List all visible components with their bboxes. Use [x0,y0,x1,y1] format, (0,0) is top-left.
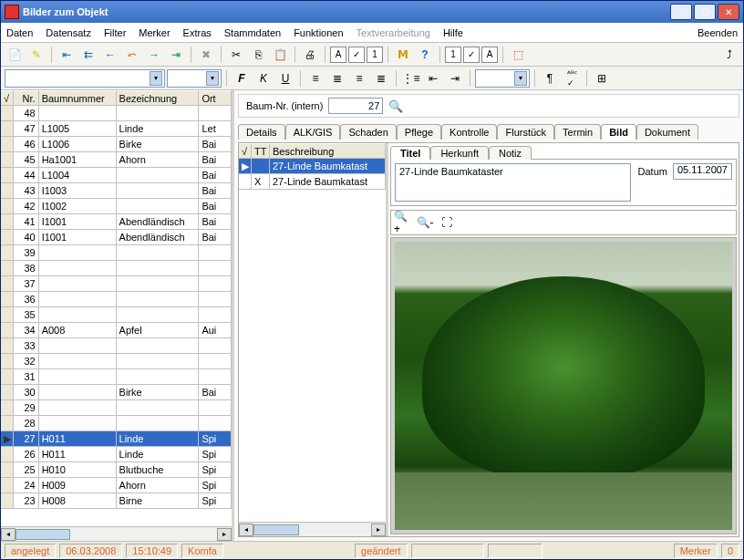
close-button[interactable]: ✕ [718,4,739,20]
table-row[interactable]: ▶27H011LindeSpi [1,431,232,447]
table-row[interactable]: 46L1006BirkeBai [1,137,232,152]
table-row[interactable]: 42I1002Bai [1,199,232,214]
zoom-in-icon[interactable]: 🔍+ [393,213,413,233]
menu-hilfe[interactable]: Hilfe [443,27,463,38]
table-row[interactable]: 23H008BirneSpi [1,493,232,509]
tab-alkgis[interactable]: ALK/GIS [285,124,341,140]
table-row[interactable]: 44L1004Bai [1,168,232,183]
table-row[interactable]: 43I1003Bai [1,183,232,199]
zoom-out-icon[interactable]: 🔍- [415,213,435,233]
scroll-left-icon[interactable]: ◂ [1,528,16,541]
print-icon[interactable]: 🖨 [300,45,320,65]
menu-merker[interactable]: Merker [139,27,170,38]
search-icon[interactable]: 🔍 [388,99,403,113]
table-row[interactable]: 30BirkeBai [1,385,232,400]
mcol-beschreibung[interactable]: Beschreibung [270,143,386,159]
pilcrow-icon[interactable]: ¶ [540,68,560,88]
table-row[interactable]: 45Ha1001AhornBai [1,152,232,168]
box2-1-icon[interactable]: 1 [445,47,461,63]
chevron-down-icon[interactable]: ▾ [206,71,219,86]
table-row[interactable]: 26H011LindeSpi [1,447,232,462]
maximize-button[interactable]: ☐ [694,4,716,20]
delete-icon[interactable]: ✖ [196,45,216,65]
last-icon[interactable]: ⇥ [166,45,186,65]
align-left-icon[interactable]: ≡ [305,68,326,88]
outdent-icon[interactable]: ⇤ [423,68,443,88]
table-row[interactable]: 33 [1,338,232,354]
align-justify-icon[interactable]: ≣ [371,68,391,88]
tab-schaden[interactable]: Schaden [340,124,396,140]
subtab-titel[interactable]: Titel [390,146,430,160]
table-row[interactable]: 39 [1,245,232,261]
table-row[interactable]: 35 [1,307,232,323]
menu-extras[interactable]: Extras [183,27,212,38]
table-row[interactable]: 31 [1,369,232,385]
spellcheck-icon[interactable]: ᴬᴮᶜ✓ [562,68,582,88]
box-1-icon[interactable]: 1 [367,47,383,63]
italic-icon[interactable]: K [253,68,274,88]
table-row[interactable]: 29 [1,400,232,416]
table-row[interactable]: 37 [1,276,232,292]
underline-icon[interactable]: U [275,68,295,88]
table-row[interactable]: 41I1001AbendländischBai [1,214,232,230]
col-bezeichnung[interactable]: Bezeichnung [117,90,200,106]
help-icon[interactable]: ? [415,45,435,65]
tab-pflege[interactable]: Pflege [397,124,441,140]
box-a-icon[interactable]: A [330,47,346,63]
tool-icon[interactable]: ⊞ [592,68,612,88]
mcol-tt[interactable]: TT [252,143,270,159]
chevron-down-icon[interactable]: ▾ [514,71,527,86]
style-combo[interactable]: ▾ [475,69,530,88]
tab-flurstueck[interactable]: Flurstück [497,124,554,140]
first-icon[interactable]: ⇤ [57,45,77,65]
menu-funktionen[interactable]: Funktionen [294,27,343,38]
col-mark[interactable]: √ [1,90,14,106]
scroll-right-icon[interactable]: ▸ [217,528,232,541]
clear-icon[interactable]: ⬚ [508,45,528,65]
col-nr[interactable]: Nr. [14,90,39,106]
bullets-icon[interactable]: ⋮≡ [401,68,421,88]
table-row[interactable]: 36 [1,292,232,307]
size-combo[interactable]: ▾ [167,69,222,88]
align-right-icon[interactable]: ≡ [349,68,369,88]
table-row[interactable]: 34A008ApfelAui [1,323,232,338]
table-row[interactable]: 47L1005LindeLet [1,121,232,137]
paste-icon[interactable]: 📋 [270,45,290,65]
prev-icon[interactable]: ← [100,45,120,65]
table-row[interactable]: 38 [1,261,232,276]
next-icon[interactable]: → [144,45,164,65]
table-row[interactable]: 40I1001AbendländischBai [1,230,232,245]
baumnr-input[interactable] [328,98,383,114]
tab-kontrolle[interactable]: Kontrolle [441,124,497,140]
cut-icon[interactable]: ✂ [226,45,246,65]
fit-icon[interactable]: ⛶ [437,213,457,233]
box-check-icon[interactable]: ✓ [348,47,365,63]
table-row[interactable]: 24H009AhornSpi [1,478,232,493]
prev-page-icon[interactable]: ⇇ [78,45,98,65]
binoculars-icon[interactable]: 𝗠 [393,45,413,65]
title-memo[interactable]: 27-Linde Baumkataster [395,163,631,202]
cancel-icon[interactable]: ⤺ [122,45,142,65]
menu-stammdaten[interactable]: Stammdaten [224,27,281,38]
subtab-herkunft[interactable]: Herkunft [430,146,489,160]
tab-dokument[interactable]: Dokument [636,124,698,140]
menu-beenden[interactable]: Beenden [698,27,738,38]
col-baumnummer[interactable]: Baumnummer [39,90,117,106]
subtab-notiz[interactable]: Notiz [489,146,532,160]
mid-hscroll[interactable]: ◂ ▸ [239,522,386,536]
image-grid[interactable]: √ TT Beschreibung ▶27-Linde BaumkatastX2… [239,143,386,522]
menu-datensatz[interactable]: Datensatz [46,27,91,38]
box2-check-icon[interactable]: ✓ [463,47,480,63]
align-center-icon[interactable]: ≣ [327,68,347,88]
menu-filter[interactable]: Filter [104,27,126,38]
tab-bild[interactable]: Bild [601,124,636,140]
minimize-button[interactable]: ─ [670,4,692,20]
col-ort[interactable]: Ort [199,90,232,106]
box2-a-icon[interactable]: A [481,47,498,63]
indent-icon[interactable]: ⇥ [445,68,465,88]
table-row[interactable]: 48 [1,106,232,121]
font-combo[interactable]: ▾ [5,69,165,88]
scroll-left-icon[interactable]: ◂ [239,524,253,536]
datum-input[interactable]: 05.11.2007 [673,163,732,180]
scroll-right-icon[interactable]: ▸ [371,524,386,536]
